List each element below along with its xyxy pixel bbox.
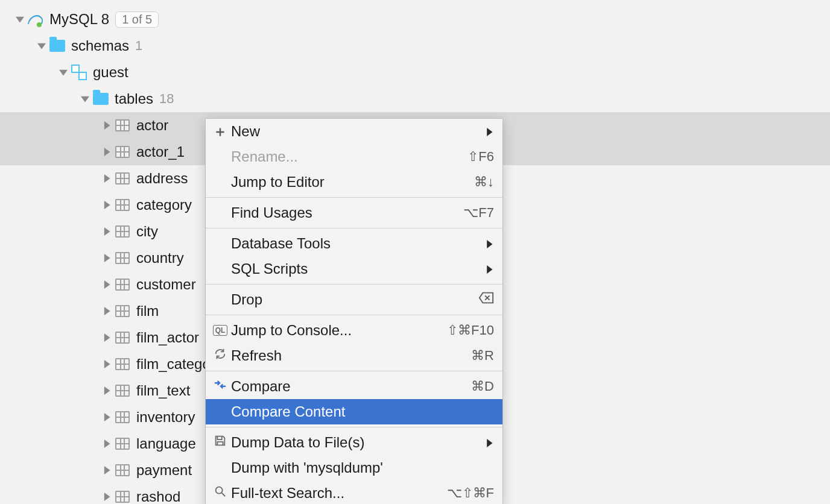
chevron-right-icon[interactable] [100, 280, 113, 289]
menu-item-new[interactable]: ＋ New [206, 119, 502, 144]
menu-label: Compare [231, 378, 471, 395]
table-icon [113, 199, 131, 211]
search-icon [214, 485, 227, 502]
table-label: film_actor [136, 329, 199, 346]
datasource-badge: 1 of 5 [115, 11, 159, 28]
menu-item-full-text-search[interactable]: Full-text Search... ⌥⇧⌘F [206, 480, 502, 504]
table-label: rashod [136, 488, 180, 504]
chevron-right-icon[interactable] [100, 307, 113, 315]
chevron-right-icon[interactable] [100, 254, 113, 262]
menu-item-sql-scripts[interactable]: SQL Scripts [206, 256, 502, 282]
menu-item-jump-to-console[interactable]: QL Jump to Console... ⇧⌘F10 [206, 318, 502, 343]
chevron-right-icon[interactable] [100, 121, 113, 130]
menu-label: SQL Scripts [231, 260, 487, 277]
submenu-arrow-icon [487, 123, 494, 140]
menu-label: Full-text Search... [231, 485, 447, 502]
menu-item-dump-data-to-file-s[interactable]: Dump Data to File(s) [206, 430, 502, 455]
menu-label: Jump to Console... [231, 322, 447, 339]
menu-item-compare[interactable]: Compare ⌘D [206, 374, 502, 399]
schemas-label: schemas [71, 37, 129, 54]
chevron-right-icon[interactable] [100, 201, 113, 209]
chevron-right-icon[interactable] [100, 174, 113, 183]
table-label: actor_1 [136, 143, 185, 160]
chevron-right-icon[interactable] [100, 466, 113, 474]
mysql-icon [27, 11, 45, 27]
table-icon [113, 146, 131, 158]
table-icon [113, 305, 131, 317]
menu-item-drop[interactable]: Drop [206, 287, 502, 312]
menu-separator [206, 427, 502, 427]
table-icon [113, 119, 131, 131]
submenu-arrow-icon [487, 260, 494, 277]
chevron-down-icon[interactable] [78, 95, 92, 103]
menu-item-refresh[interactable]: Refresh ⌘R [206, 343, 502, 368]
chevron-right-icon[interactable] [100, 333, 113, 342]
table-icon [113, 332, 131, 344]
table-icon [113, 172, 131, 184]
menu-separator [206, 315, 502, 315]
svg-point-0 [37, 22, 42, 27]
chevron-right-icon[interactable] [100, 439, 113, 448]
tree-node-schema[interactable]: guest [0, 59, 830, 86]
schemas-count: 1 [135, 38, 142, 54]
delete-icon [478, 291, 494, 308]
table-icon [113, 438, 131, 450]
chevron-right-icon[interactable] [100, 227, 113, 236]
menu-separator [206, 228, 502, 228]
folder-icon [92, 93, 110, 105]
schema-icon [70, 65, 88, 80]
table-label: payment [136, 462, 192, 479]
menu-item-dump-with-mysqldump[interactable]: Dump with 'mysqldump' [206, 455, 502, 480]
table-label: category [136, 197, 192, 213]
plus-icon: ＋ [213, 122, 227, 141]
compare-icon [214, 378, 227, 395]
table-label: film [136, 303, 159, 320]
tree-node-datasource[interactable]: MySQL 8 1 of 5 [0, 6, 830, 33]
submenu-arrow-icon [487, 235, 494, 252]
table-icon [113, 279, 131, 291]
submenu-arrow-icon [487, 434, 494, 451]
chevron-down-icon[interactable] [13, 15, 27, 24]
table-label: customer [136, 276, 196, 293]
menu-shortcut: ⌘D [471, 379, 494, 394]
table-label: city [136, 223, 158, 240]
folder-icon [48, 40, 66, 52]
table-label: film_text [136, 382, 190, 399]
chevron-right-icon[interactable] [100, 386, 113, 395]
menu-shortcut: ⇧⌘F10 [447, 323, 494, 338]
console-icon: QL [213, 325, 228, 336]
tables-count: 18 [159, 91, 174, 107]
table-icon [113, 491, 131, 503]
menu-shortcut: ⌘↓ [474, 174, 494, 190]
chevron-down-icon[interactable] [35, 42, 48, 50]
menu-label: Find Usages [231, 204, 463, 221]
menu-separator [206, 197, 502, 198]
chevron-down-icon[interactable] [57, 68, 70, 77]
table-label: language [136, 435, 196, 452]
refresh-icon [214, 347, 227, 364]
menu-item-jump-to-editor[interactable]: Jump to Editor ⌘↓ [206, 169, 502, 195]
table-icon [113, 464, 131, 476]
chevron-right-icon[interactable] [100, 360, 113, 368]
tree-node-schemas[interactable]: schemas 1 [0, 33, 830, 59]
tree-node-tables[interactable]: tables 18 [0, 86, 830, 112]
menu-label: Drop [231, 291, 478, 308]
schema-label: guest [93, 64, 128, 81]
menu-shortcut: ⌥F7 [463, 205, 494, 221]
menu-shortcut: ⇧F6 [467, 149, 494, 165]
table-icon [113, 252, 131, 264]
save-icon [214, 434, 227, 451]
chevron-right-icon[interactable] [100, 148, 113, 156]
menu-item-find-usages[interactable]: Find Usages ⌥F7 [206, 200, 502, 225]
menu-label: Dump with 'mysqldump' [231, 459, 494, 476]
menu-item-rename: Rename... ⇧F6 [206, 144, 502, 169]
chevron-right-icon[interactable] [100, 413, 113, 421]
menu-item-compare-content[interactable]: Compare Content [206, 399, 502, 424]
menu-label: Refresh [231, 347, 471, 364]
chevron-right-icon[interactable] [100, 493, 113, 501]
menu-separator [206, 284, 502, 285]
tables-label: tables [115, 90, 153, 107]
menu-label: Jump to Editor [231, 174, 474, 191]
table-icon [113, 358, 131, 370]
menu-item-database-tools[interactable]: Database Tools [206, 231, 502, 256]
